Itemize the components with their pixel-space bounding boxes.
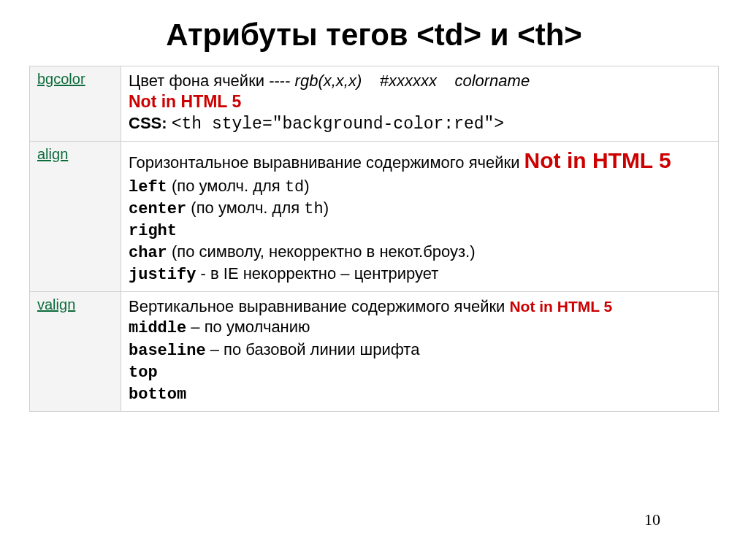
bgcolor-css-code: <th style="background-color:red"> xyxy=(172,115,504,134)
slide-title: Атрибуты тегов <td> и <th> xyxy=(29,18,719,53)
align-left-kw: left xyxy=(129,178,167,196)
bgcolor-desc-rgb: rgb(x,x,x) #xxxxxx colorname xyxy=(295,72,530,90)
align-left-text: (по умолч. для xyxy=(167,177,285,195)
bgcolor-desc-prefix: Цвет фона ячейки ---- xyxy=(129,72,295,90)
bgcolor-not-html5: Not in HTML 5 xyxy=(129,92,241,111)
align-not-html5: Not in HTML 5 xyxy=(524,148,671,172)
valign-middle-text: – по умолчанию xyxy=(186,318,310,336)
align-center-kw: center xyxy=(129,200,186,218)
align-justify-text: - в IE некорректно – центрирует xyxy=(196,264,438,283)
table-row: align Горизонтальное выравнивание содерж… xyxy=(30,142,719,292)
slide: Атрибуты тегов <td> и <th> bgcolor Цвет … xyxy=(0,0,748,560)
align-char-kw: char xyxy=(129,244,167,262)
table-row: bgcolor Цвет фона ячейки ---- rgb(x,x,x)… xyxy=(30,66,719,142)
valign-desc-prefix: Вертикальное выравнивание содержимого яч… xyxy=(129,297,509,315)
attr-key-cell: bgcolor xyxy=(30,66,121,142)
align-center-text: (по умолч. для xyxy=(186,199,304,217)
attr-link-valign[interactable]: valign xyxy=(37,296,75,312)
valign-not-html5: Not in HTML 5 xyxy=(509,298,612,315)
attributes-table: bgcolor Цвет фона ячейки ---- rgb(x,x,x)… xyxy=(29,66,719,412)
attr-key-cell: valign xyxy=(30,292,121,412)
page-number: 10 xyxy=(644,510,660,529)
align-justify-kw: justify xyxy=(129,266,196,284)
attr-link-bgcolor[interactable]: bgcolor xyxy=(37,71,85,87)
align-char-text: (по символу, некорректно в некот.броуз.) xyxy=(167,242,476,261)
valign-top-kw: top xyxy=(129,364,158,382)
valign-middle-kw: middle xyxy=(129,319,186,337)
bgcolor-css-label: CSS: xyxy=(129,114,172,132)
align-right-kw: right xyxy=(129,222,177,240)
align-desc-prefix: Горизонтальное выравнивание содержимого … xyxy=(129,153,524,172)
align-left-for: td xyxy=(285,178,304,196)
attr-desc-cell: Вертикальное выравнивание содержимого яч… xyxy=(121,292,719,412)
attr-desc-cell: Горизонтальное выравнивание содержимого … xyxy=(121,142,719,292)
align-center-for: th xyxy=(304,200,323,218)
valign-baseline-kw: baseline xyxy=(129,342,206,360)
attr-link-align[interactable]: align xyxy=(37,146,68,162)
attr-key-cell: align xyxy=(30,142,121,292)
attr-desc-cell: Цвет фона ячейки ---- rgb(x,x,x) #xxxxxx… xyxy=(121,66,719,142)
valign-baseline-text: – по базовой линии шрифта xyxy=(206,340,420,358)
table-row: valign Вертикальное выравнивание содержи… xyxy=(30,292,719,412)
valign-bottom-kw: bottom xyxy=(129,386,186,404)
